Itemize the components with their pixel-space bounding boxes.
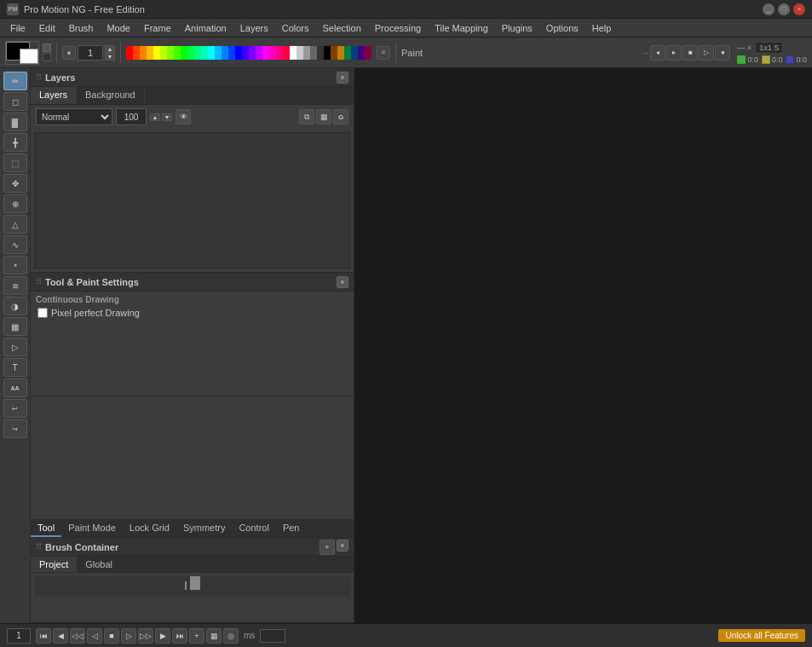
palette-color-32[interactable] [344,46,351,60]
palette-color-25[interactable] [297,46,303,60]
anim-tool[interactable]: ▷ [3,338,27,356]
tab-symmetry[interactable]: Symmetry [176,520,233,537]
menu-item-edit[interactable]: Edit [32,21,62,35]
zoom-tool[interactable]: ⊕ [3,194,27,213]
menu-item-animation[interactable]: Animation [178,21,233,35]
maximize-button[interactable]: □ [778,3,790,15]
menu-item-options[interactable]: Options [539,21,585,35]
background-color[interactable] [20,49,38,64]
layer-visibility-btn[interactable]: 👁 [176,109,191,124]
frame-add-button[interactable]: + [189,628,204,644]
brush-tab-global[interactable]: Global [77,557,121,572]
palette-color-21[interactable] [269,46,276,60]
brush-size-up[interactable]: ▲ [105,45,115,53]
opacity-down[interactable]: ▼ [162,113,172,121]
frame-play-button[interactable]: ▷ [121,628,136,644]
color-preview[interactable] [5,41,39,65]
palette-color-18[interactable] [249,46,256,60]
tab-pen[interactable]: Pen [276,520,307,537]
brush-tab-project[interactable]: Project [31,557,77,572]
frame-ff-button[interactable]: ▷▷ [138,628,153,644]
palette-color-34[interactable] [358,46,365,60]
palette-color-16[interactable] [235,46,242,60]
text-tool[interactable]: T [3,358,27,377]
eyedropper-tool[interactable]: ╋ [3,133,27,152]
palette-color-31[interactable] [337,46,344,60]
layer-g-btn[interactable]: G [333,109,348,124]
nav-play[interactable]: ▷ [699,45,714,61]
frame-next-button[interactable]: ▶ [155,628,170,644]
brush-container-close[interactable]: × [337,540,348,552]
nav-right[interactable]: ▸ [666,45,682,61]
palette-color-6[interactable] [167,46,174,60]
palette-color-17[interactable] [242,46,249,60]
tab-lock-grid[interactable]: Lock Grid [123,520,176,537]
palette-color-0[interactable] [126,46,133,60]
palette-color-19[interactable] [256,46,262,60]
frame-rewind-button[interactable]: ◁◁ [70,628,85,644]
palette-color-3[interactable] [147,46,153,60]
palette-color-7[interactable] [174,46,181,60]
layer-filter-btn[interactable]: ⧉ [299,109,314,124]
menu-item-frame[interactable]: Frame [137,21,178,35]
tab-paint-mode[interactable]: Paint Mode [61,520,123,537]
palette-color-5[interactable] [160,46,167,60]
frame-stop-button[interactable]: ■ [104,628,119,644]
frame-rewind2-button[interactable]: ◁ [87,628,102,644]
menu-item-file[interactable]: File [3,21,32,35]
palette-color-35[interactable] [365,46,371,60]
smudge-tool[interactable]: ≋ [3,276,27,295]
redo-tool[interactable]: ↪ [3,419,27,438]
close-button[interactable]: × [793,3,805,15]
palette-color-12[interactable] [208,46,215,60]
frame-number-input[interactable] [7,628,31,644]
tab-control[interactable]: Control [232,520,275,537]
gradient-tool[interactable]: ◑ [3,297,27,315]
curve-tool[interactable]: ∿ [3,235,27,254]
fps-input[interactable] [260,629,285,643]
palette-color-13[interactable] [215,46,222,60]
color-palette-strip[interactable] [126,46,371,60]
opacity-input[interactable] [116,108,147,125]
palette-color-29[interactable] [324,46,331,60]
menu-item-tile-mapping[interactable]: Tile Mapping [428,21,495,35]
brush-size-input[interactable] [78,45,103,61]
palette-color-26[interactable] [303,46,310,60]
tile-tool[interactable]: ▦ [3,317,27,336]
palette-color-9[interactable] [187,46,194,60]
pencil-tool[interactable]: ✏ [3,72,27,90]
tool-paint-close[interactable]: × [337,276,348,288]
palette-color-2[interactable] [140,46,147,60]
menu-item-processing[interactable]: Processing [368,21,428,35]
menu-item-layers[interactable]: Layers [233,21,275,35]
blend-mode-select[interactable]: Normal Multiply Screen Overlay [36,108,112,125]
shapes-tool[interactable]: △ [3,215,27,234]
palette-color-23[interactable] [283,46,290,60]
brush-add-button[interactable]: + [320,540,335,555]
move-tool[interactable]: ✥ [3,174,27,193]
eraser-tool[interactable]: ◻ [3,92,27,111]
frame-first-button[interactable]: ⏮ [36,628,51,644]
palette-color-1[interactable] [133,46,140,60]
swap-colors-button[interactable] [43,43,51,52]
palette-color-4[interactable] [153,46,160,60]
tab-tool[interactable]: Tool [31,520,61,537]
fill-tool[interactable]: ▓ [3,113,27,131]
selection-tool[interactable]: ⬚ [3,153,27,172]
canvas[interactable] [354,68,812,623]
undo-tool[interactable]: ↩ [3,399,27,418]
frame-tile-button[interactable]: ▦ [206,628,222,644]
antialias-tool[interactable]: AA [3,378,27,397]
palette-color-28[interactable] [317,46,324,60]
palette-color-11[interactable] [201,46,208,60]
nav-record[interactable]: ● [715,45,730,61]
palette-color-20[interactable] [262,46,269,60]
frame-prev-button[interactable]: ◀ [53,628,68,644]
menu-item-brush[interactable]: Brush [62,21,101,35]
palette-color-15[interactable] [228,46,235,60]
nav-left[interactable]: ◂ [650,45,665,61]
palette-color-24[interactable] [290,46,297,60]
menu-item-help[interactable]: Help [585,21,619,35]
wand-tool[interactable]: ⭒ [3,256,27,274]
frame-last-button[interactable]: ⏭ [172,628,187,644]
